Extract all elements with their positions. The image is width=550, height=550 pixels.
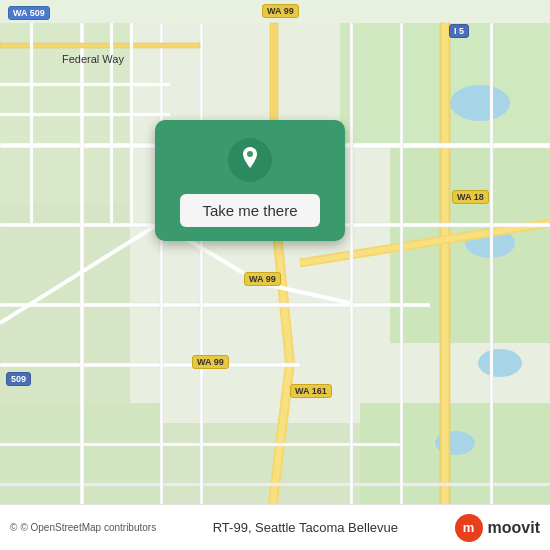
svg-rect-24 <box>0 363 300 367</box>
svg-rect-30 <box>350 23 353 527</box>
bottom-bar: © © OpenStreetMap contributors RT-99, Se… <box>0 504 550 550</box>
svg-point-42 <box>247 151 253 157</box>
svg-point-8 <box>450 85 510 121</box>
road-badge-wa18: WA 18 <box>452 190 489 204</box>
svg-rect-31 <box>400 23 403 527</box>
svg-rect-23 <box>0 303 430 307</box>
moovit-text: moovit <box>488 519 540 537</box>
svg-rect-32 <box>490 23 493 527</box>
federal-way-label: Federal Way <box>62 52 124 66</box>
svg-rect-37 <box>0 83 170 86</box>
svg-rect-41 <box>130 23 133 223</box>
moovit-icon: m <box>455 514 483 542</box>
road-badge-wa99-top: WA 99 <box>262 4 299 18</box>
svg-rect-13 <box>442 23 448 527</box>
svg-rect-38 <box>0 113 170 116</box>
take-me-there-button[interactable]: Take me there <box>180 194 319 227</box>
route-label: RT-99, Seattle Tacoma Bellevue <box>213 520 398 535</box>
road-badge-509-top: WA 509 <box>8 6 50 20</box>
road-badge-509-left: 509 <box>6 372 31 386</box>
location-card: Take me there <box>155 120 345 241</box>
svg-point-10 <box>478 349 522 377</box>
svg-rect-39 <box>30 23 33 223</box>
road-badge-i5: I 5 <box>449 24 469 38</box>
road-badge-wa161: WA 161 <box>290 384 332 398</box>
road-badge-wa99-mid: WA 99 <box>244 272 281 286</box>
moovit-logo: m moovit <box>455 514 540 542</box>
map-container: WA 509 WA 99 I 5 WA 18 WA 99 WA 99 WA 16… <box>0 0 550 550</box>
svg-rect-29 <box>200 23 203 527</box>
copyright-text: © © OpenStreetMap contributors <box>10 522 156 533</box>
location-pin-icon <box>228 138 272 182</box>
road-badge-wa99-low: WA 99 <box>192 355 229 369</box>
svg-rect-28 <box>160 23 163 527</box>
svg-rect-27 <box>80 23 84 527</box>
